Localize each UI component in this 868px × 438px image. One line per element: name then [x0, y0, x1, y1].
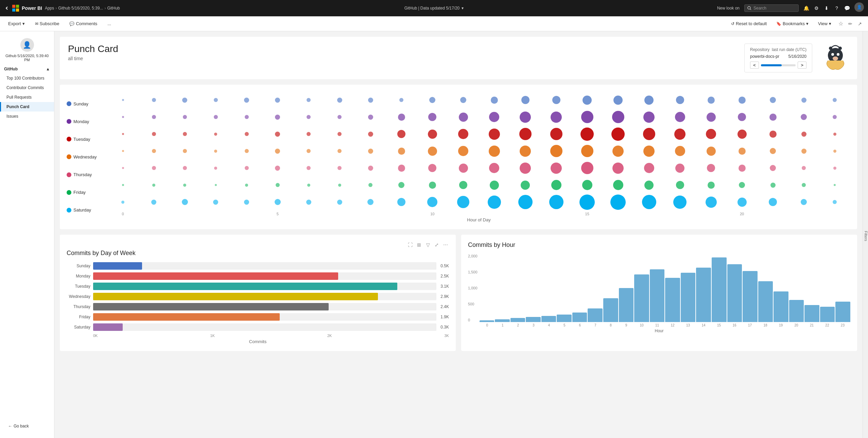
bar-value: 0.5K [440, 264, 449, 268]
hist-bar [619, 288, 634, 322]
x-axis-label [695, 212, 726, 216]
hist-x-label: 11 [649, 323, 665, 327]
hist-bar [557, 315, 572, 322]
svg-rect-0 [12, 5, 15, 8]
punch-cell [572, 96, 603, 105]
punch-cell [355, 199, 386, 205]
expand-icon[interactable]: ⤢ [433, 241, 440, 248]
punch-cell [819, 115, 850, 119]
notification-icon[interactable]: 🔔 [803, 5, 809, 11]
filters-panel[interactable]: Filters [863, 31, 868, 438]
hist-x-label: 2 [510, 323, 526, 327]
export-button[interactable]: Export ▾ [5, 20, 28, 28]
breadcrumb-current[interactable]: GitHub [107, 6, 120, 11]
sidebar-item-top-contributors[interactable]: Top 100 Contributors [0, 73, 54, 83]
bookmarks-button[interactable]: 🔖 Bookmarks ▾ [774, 20, 811, 28]
view-button[interactable]: View ▾ [815, 20, 834, 28]
data-icon[interactable]: ⊞ [416, 241, 422, 248]
legend-label: Tuesday [73, 137, 90, 142]
punch-row-wednesday [107, 142, 850, 159]
punch-dot [675, 146, 685, 156]
punch-cell [107, 167, 138, 169]
filter-icon[interactable]: ▽ [424, 241, 431, 248]
bar-track [93, 323, 436, 331]
bar-fill [93, 303, 329, 310]
punch-dot [737, 130, 747, 139]
hist-bar [634, 274, 649, 322]
bar-value: 2.4K [440, 304, 449, 309]
punch-dot [520, 163, 531, 174]
hist-y-label: 1,000 [468, 286, 478, 290]
punch-cell [262, 98, 293, 103]
settings-icon[interactable]: ⚙ [814, 5, 819, 11]
legend-item-wednesday: Wednesday [67, 148, 107, 165]
feedback-icon[interactable]: 💬 [844, 5, 850, 11]
punch-cell [448, 113, 479, 122]
punch-cell [107, 184, 138, 186]
punch-dot [244, 98, 249, 103]
legend-label: Wednesday [73, 154, 97, 159]
punch-dot [275, 149, 280, 154]
punch-dot [337, 132, 342, 136]
bar-track [93, 272, 436, 280]
punch-cell [633, 163, 664, 173]
punch-dot [737, 198, 747, 207]
sidebar-item-contributor-commits[interactable]: Contributor Commits [0, 83, 54, 92]
breadcrumb-github[interactable]: Github 5/16/2020, 5:39... [58, 6, 103, 11]
punch-dot [152, 149, 156, 153]
punch-dot [307, 132, 311, 136]
back-icon[interactable] [4, 5, 10, 11]
more-button[interactable]: ... [105, 20, 114, 28]
svg-point-7 [831, 53, 834, 56]
user-avatar[interactable]: 👤 [854, 2, 864, 12]
star-icon[interactable]: ☆ [838, 21, 844, 27]
search-box[interactable]: Search [744, 4, 799, 12]
punch-dot [520, 112, 531, 123]
github-octocat-image [822, 44, 849, 71]
reset-button[interactable]: ↺ Reset to default [728, 20, 769, 28]
punch-dot [214, 98, 218, 102]
repo-nav-prev[interactable]: < [750, 62, 759, 69]
subscribe-button[interactable]: ✉ Subscribe [32, 20, 62, 28]
sidebar-item-issues[interactable]: Issues [0, 112, 54, 121]
svg-point-9 [833, 56, 838, 61]
focus-icon[interactable]: ⛶ [407, 241, 414, 248]
punch-cell [169, 184, 200, 187]
breadcrumb-apps[interactable]: Apps [45, 6, 54, 11]
punch-dot [428, 130, 437, 139]
punch-dot [183, 132, 187, 136]
hist-bar [712, 257, 727, 322]
legend-item-tuesday: Tuesday [67, 131, 107, 148]
last-run-header-label: last run date (UTC) [772, 47, 806, 52]
sidebar-item-pull-requests[interactable]: Pull Requests [0, 92, 54, 102]
punch-dot [708, 182, 715, 189]
punch-cell [664, 112, 695, 122]
go-back-button[interactable]: ← Go back [5, 422, 49, 430]
hist-x-label: 14 [696, 323, 711, 327]
edit-icon[interactable]: ✏ [848, 21, 853, 27]
punch-dot [367, 199, 374, 205]
comments-button[interactable]: 💬 Comments [67, 20, 100, 28]
share-icon[interactable]: ↗ [857, 21, 863, 27]
punch-dot [801, 199, 807, 205]
punch-dot [428, 113, 436, 121]
punch-cell [479, 181, 510, 190]
sidebar-collapse-icon[interactable]: ▲ [46, 67, 50, 71]
punch-cell [788, 132, 819, 137]
repo-nav-next[interactable]: > [798, 62, 806, 69]
punch-dot [245, 149, 249, 153]
sidebar-item-punch-card[interactable]: Punch Card [0, 102, 54, 112]
punch-cell [107, 150, 138, 152]
punch-cell [386, 98, 417, 102]
more-options-icon[interactable]: ⋯ [442, 241, 449, 248]
help-icon[interactable]: ? [834, 5, 839, 11]
dropdown-icon[interactable]: ▾ [462, 6, 464, 11]
punch-cell [727, 113, 758, 121]
punch-cell [788, 166, 819, 170]
download-icon[interactable]: ⬇ [824, 5, 829, 11]
punch-dot [122, 116, 124, 118]
punch-dot [398, 165, 405, 172]
punch-cell [727, 165, 758, 172]
hist-bar [727, 264, 742, 322]
hist-x-label: 7 [588, 323, 603, 327]
